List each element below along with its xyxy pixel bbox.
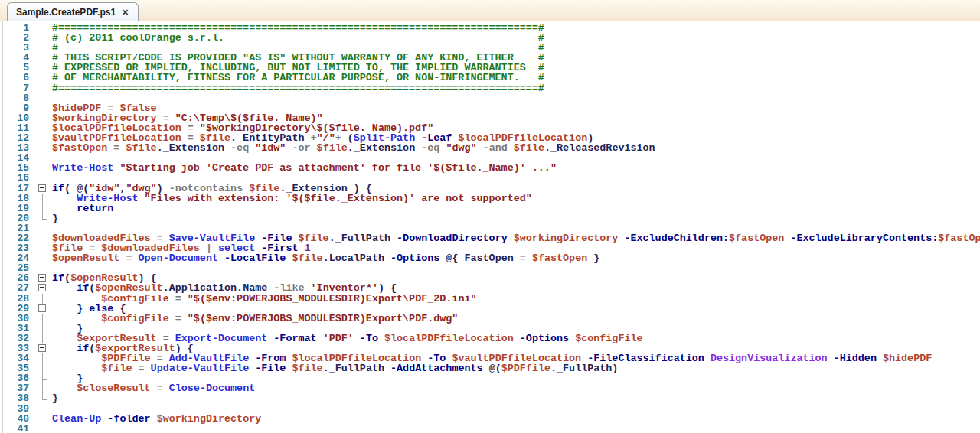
token-s: "$($env:POWERJOBS_MODULESDIR)Export\PDF.… [188,314,459,324]
collapse-toggle-icon[interactable] [38,304,46,312]
code-line[interactable]: 28 $configFile = "$($env:POWERJOBS_MODUL… [0,294,980,304]
token-t [218,253,224,263]
token-o: = [181,123,200,133]
code-line[interactable]: 15Write-Host "Starting job 'Create PDF a… [0,163,980,173]
token-v: $fastOpen [729,233,784,243]
token-t [378,334,384,343]
collapse-toggle-icon[interactable] [38,184,46,192]
code-line[interactable]: 3# # [0,43,980,53]
fold-column [37,53,49,63]
code-line[interactable]: 7#======================================… [0,83,980,93]
fold-column [37,213,49,223]
token-t [52,383,77,393]
token-p: -FileClassification [587,353,704,363]
code-line[interactable]: 27 if($openResult.Application.Name -like… [0,283,980,293]
code-line[interactable]: 14 [0,153,980,163]
code-line[interactable]: 32 $exportResult = Export-Document -Form… [0,334,980,343]
token-x: ._Extension ) { [279,184,372,194]
token-v: $downloadedFiles [52,233,151,243]
code-text [52,424,980,433]
token-t [249,353,255,363]
code-line[interactable]: 34 $PDFfile = Add-VaultFile -From $local… [0,353,980,363]
code-line[interactable]: 8 [0,93,980,103]
fold-column [37,253,49,263]
token-x: } [587,253,599,263]
code-line[interactable]: 40Clean-Up -folder $workingDirectory [0,414,980,424]
fold-column [37,363,49,373]
code-line[interactable]: 5# EXPRESSED OR IMPLIED, INCLUDING, BUT … [0,63,980,73]
tab-sample-createpdf[interactable]: Sample.CreatePDF.ps1 ✕ [7,2,139,21]
token-o: + [311,133,317,143]
code-line[interactable]: 9$hidePDF = $false [0,103,980,113]
token-t [477,143,483,153]
fold-line [42,363,43,373]
fold-column [37,294,49,304]
code-line[interactable]: 36 } [0,373,980,383]
code-line[interactable]: 1#======================================… [0,23,980,33]
code-line[interactable]: 23$file = $downloadedFiles | select -Fir… [0,243,980,253]
code-line[interactable]: 18 Write-Host "Files with extension: '$(… [0,194,980,203]
token-v: $hidePDF [883,353,932,363]
code-line[interactable]: 22$downloadedFiles = Save-VaultFile -Fil… [0,233,980,243]
collapse-toggle-icon[interactable] [38,274,46,282]
collapse-toggle-icon[interactable] [38,284,46,291]
line-number: 2 [0,33,37,43]
line-number: 10 [0,113,37,123]
token-v: $file [249,184,279,194]
code-line[interactable]: 41 [0,424,980,433]
code-line[interactable]: 33 if($exportResult) { [0,343,980,353]
fold-column [37,113,49,123]
code-line[interactable]: 17if( @("idw","dwg") -notcontains $file.… [0,184,980,194]
token-v: $file [317,143,348,153]
token-s: "/" [317,133,335,143]
code-line[interactable]: 19 return [0,203,980,213]
code-line[interactable]: 6# OF MERCHANTABILITY, FITNESS FOR A PAR… [0,73,980,83]
collapse-toggle-icon[interactable] [38,344,46,352]
code-line[interactable]: 21 [0,223,980,233]
code-line[interactable]: 29 } else { [0,304,980,314]
token-p: -To [360,334,378,343]
code-line[interactable]: 37 $closeResult = Close-Document [0,383,980,393]
code-line[interactable]: 35 $file = Update-VaultFile -File $file.… [0,363,980,373]
code-text: if($openResult) { [52,273,980,283]
code-line[interactable]: 25 [0,263,980,273]
code-line[interactable]: 12$vaultPDFfileLocation = $file._EntityP… [0,133,980,143]
token-s: 'PDF' [323,334,354,343]
code-editor[interactable]: 1#======================================… [0,21,980,433]
code-text: $downloadedFiles = Save-VaultFile -File … [52,233,980,243]
token-x: ( @( [64,184,89,194]
token-x: @( [489,363,501,373]
token-t [52,304,77,314]
line-number: 5 [0,63,37,73]
code-line[interactable]: 11$localPDFfileLocation = "$workingDirec… [0,123,980,133]
token-n: 1 [305,243,311,253]
fold-column [37,43,49,53]
token-p: -File [261,233,292,243]
code-line[interactable]: 39 [0,404,980,414]
code-text: #=======================================… [52,23,980,33]
code-line[interactable]: 4# THIS SCRIPT/CODE IS PROVIDED "AS IS" … [0,53,980,63]
fold-end-tick [42,219,47,220]
code-line[interactable]: 2# (c) 2011 coolOrange s.r.l. # [0,33,980,43]
fold-column [37,33,49,43]
code-line[interactable]: 26if($openResult) { [0,273,980,283]
close-icon[interactable]: ✕ [122,8,129,17]
fold-column [37,424,49,433]
token-p: -Leaf [421,133,452,143]
code-line[interactable]: 13$fastOpen = $file._Extension -eq "idw"… [0,143,980,153]
code-line[interactable]: 20} [0,213,980,223]
code-line[interactable]: 38} [0,393,980,403]
code-line[interactable]: 24$openResult = Open-Document -LocalFile… [0,253,980,263]
code-line[interactable]: 30 $configFile = "$($env:POWERJOBS_MODUL… [0,314,980,324]
code-text: $configFile = "$($env:POWERJOBS_MODULESD… [52,314,980,324]
code-line[interactable]: 16 [0,173,980,183]
code-line[interactable]: 10$workingDirectory = "C:\Temp\$($file._… [0,113,980,123]
code-text: } [52,324,980,334]
token-s: "Files with extension: '$($file._Extensi… [145,194,532,203]
code-line[interactable]: 31 } [0,324,980,334]
fold-line [42,353,43,363]
token-t [704,353,710,363]
token-v: $vaultPDFfileLocation [452,353,581,363]
fold-column [37,194,49,203]
token-o: = [119,253,138,263]
